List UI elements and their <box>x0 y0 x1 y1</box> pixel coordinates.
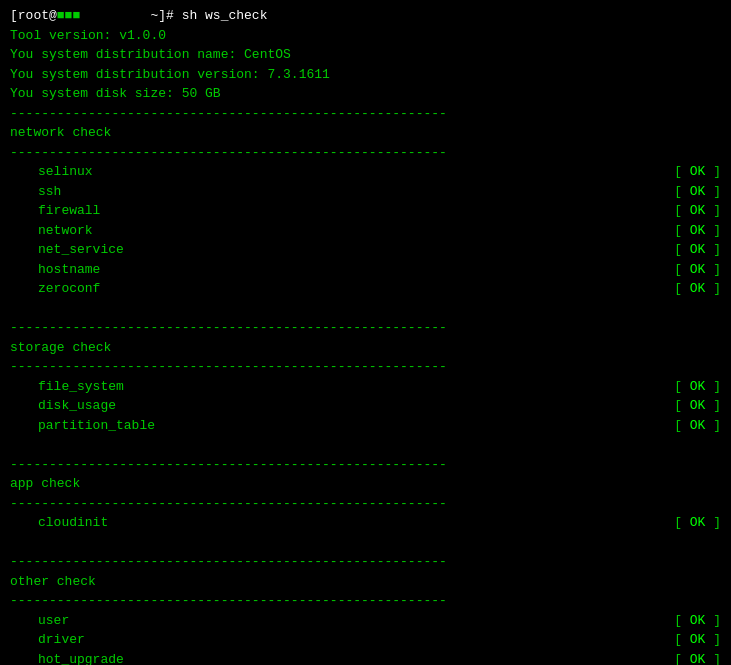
check-firewall-label: firewall <box>10 201 100 221</box>
spacer-2 <box>10 435 721 455</box>
terminal-window: [root@■■■ ~]# sh ws_check Tool version: … <box>10 6 721 665</box>
check-hostname-label: hostname <box>10 260 100 280</box>
check-net-service: net_service [ OK ] <box>10 240 721 260</box>
sys-version: You system distribution version: 7.3.161… <box>10 65 721 85</box>
check-firewall: firewall [ OK ] <box>10 201 721 221</box>
check-driver: driver [ OK ] <box>10 630 721 650</box>
prompt-prefix: [root@ <box>10 8 57 23</box>
check-file-system-label: file_system <box>10 377 124 397</box>
check-file-system: file_system [ OK ] <box>10 377 721 397</box>
divider-4: ----------------------------------------… <box>10 357 721 377</box>
section-app-title: app check <box>10 474 721 494</box>
divider-3: ----------------------------------------… <box>10 318 721 338</box>
sys-distro: You system distribution name: CentOS <box>10 45 721 65</box>
check-cloudinit: cloudinit [ OK ] <box>10 513 721 533</box>
check-selinux-status: [ OK ] <box>674 162 721 182</box>
divider-8: ----------------------------------------… <box>10 591 721 611</box>
check-ssh-label: ssh <box>10 182 61 202</box>
tool-version: Tool version: v1.0.0 <box>10 26 721 46</box>
check-partition-table-status: [ OK ] <box>674 416 721 436</box>
check-disk-usage-label: disk_usage <box>10 396 116 416</box>
divider-7: ----------------------------------------… <box>10 552 721 572</box>
check-hostname-status: [ OK ] <box>674 260 721 280</box>
divider-2: ----------------------------------------… <box>10 143 721 163</box>
check-zeroconf-label: zeroconf <box>10 279 100 299</box>
check-disk-usage-status: [ OK ] <box>674 396 721 416</box>
check-user: user [ OK ] <box>10 611 721 631</box>
check-firewall-status: [ OK ] <box>674 201 721 221</box>
check-hot-upgrade: hot_upgrade [ OK ] <box>10 650 721 666</box>
check-zeroconf-status: [ OK ] <box>674 279 721 299</box>
check-driver-status: [ OK ] <box>674 630 721 650</box>
spacer-1 <box>10 299 721 319</box>
check-hot-upgrade-label: hot_upgrade <box>10 650 124 666</box>
check-ssh-status: [ OK ] <box>674 182 721 202</box>
check-net-service-status: [ OK ] <box>674 240 721 260</box>
check-ssh: ssh [ OK ] <box>10 182 721 202</box>
prompt-suffix: ~]# sh ws_check <box>88 8 267 23</box>
check-zeroconf: zeroconf [ OK ] <box>10 279 721 299</box>
divider-6: ----------------------------------------… <box>10 494 721 514</box>
section-other-title: other check <box>10 572 721 592</box>
check-hostname: hostname [ OK ] <box>10 260 721 280</box>
divider-1: ----------------------------------------… <box>10 104 721 124</box>
check-network-label: network <box>10 221 93 241</box>
check-file-system-status: [ OK ] <box>674 377 721 397</box>
check-cloudinit-status: [ OK ] <box>674 513 721 533</box>
prompt-line: [root@■■■ ~]# sh ws_check <box>10 6 721 26</box>
check-user-label: user <box>10 611 69 631</box>
check-disk-usage: disk_usage [ OK ] <box>10 396 721 416</box>
check-net-service-label: net_service <box>10 240 124 260</box>
check-driver-label: driver <box>10 630 85 650</box>
check-selinux: selinux [ OK ] <box>10 162 721 182</box>
section-storage-title: storage check <box>10 338 721 358</box>
check-hot-upgrade-status: [ OK ] <box>674 650 721 666</box>
prompt-host: ■■■ <box>57 8 88 23</box>
section-network-title: network check <box>10 123 721 143</box>
check-user-status: [ OK ] <box>674 611 721 631</box>
check-partition-table: partition_table [ OK ] <box>10 416 721 436</box>
sys-disk: You system disk size: 50 GB <box>10 84 721 104</box>
check-partition-table-label: partition_table <box>10 416 155 436</box>
check-cloudinit-label: cloudinit <box>10 513 108 533</box>
spacer-3 <box>10 533 721 553</box>
check-selinux-label: selinux <box>10 162 93 182</box>
check-network: network [ OK ] <box>10 221 721 241</box>
check-network-status: [ OK ] <box>674 221 721 241</box>
divider-5: ----------------------------------------… <box>10 455 721 475</box>
